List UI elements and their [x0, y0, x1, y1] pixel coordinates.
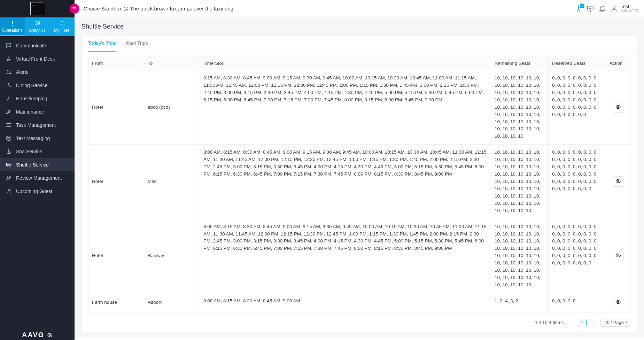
tabs: Today's TripsPast Trips — [82, 36, 637, 52]
pagination: 1-4 Of 4 Items ‹ 1 › 20 / Page — [82, 315, 637, 332]
view-button[interactable] — [613, 102, 623, 113]
context-title: Choice Sandbox @ The quick brown fox jum… — [84, 6, 233, 11]
tasks-icon — [6, 122, 12, 128]
sidebar-item-spa-service[interactable]: Spa Service — [0, 145, 75, 158]
user-role: MANAGER — [621, 9, 638, 13]
cell-to: Mall — [144, 145, 200, 219]
cell-from: Farm house — [88, 293, 144, 312]
review-icon — [6, 175, 12, 181]
cell-time-slot: 8:00 AM, 8:15 AM, 8:30 AM, 8:45 AM, 9:00… — [200, 145, 491, 219]
view-button[interactable] — [613, 251, 623, 261]
sidebar-item-alerts[interactable]: Alerts — [0, 65, 75, 79]
svg-point-7 — [7, 176, 9, 178]
sidebar-item-task-management[interactable]: Task Management — [0, 118, 75, 132]
svg-point-1 — [8, 57, 9, 58]
toggle-sidebar-button[interactable] — [70, 4, 79, 14]
sidebar-item-dining-service[interactable]: Dining Service — [0, 79, 75, 92]
cell-action — [606, 145, 630, 219]
sidebar-item-housekeeping[interactable]: Housekeeping — [0, 92, 75, 105]
pagination-summary: 1-4 Of 4 Items — [535, 320, 564, 325]
tab-today-s-trips[interactable]: Today's Trips — [88, 36, 116, 52]
topnav-item-analytics[interactable]: Analytics — [25, 17, 49, 36]
sidebar-item-label: Dining Service — [16, 83, 47, 88]
cell-from: Hotel — [88, 70, 144, 145]
svg-point-17 — [618, 180, 619, 182]
eye-icon — [615, 253, 621, 259]
svg-point-6 — [9, 166, 10, 167]
view-button[interactable] — [613, 298, 623, 308]
svg-point-5 — [7, 166, 8, 167]
sidebar-item-virtual-front-desk[interactable]: Virtual Front Desk — [0, 52, 75, 65]
svg-point-10 — [72, 7, 73, 7]
globe-icon — [47, 332, 53, 338]
cell-time-slot: 8:15 AM, 8:30 AM, 8:45 AM, 9:00 AM, 9:15… — [200, 70, 491, 145]
chat-bubble-icon — [6, 42, 12, 49]
eye-icon — [615, 299, 621, 306]
cell-reserved: 0, 0, 0, 0, 0, 0, 0, 0, 0, 0, 0, 0, 0, 0… — [549, 145, 606, 219]
cell-to: Airport — [144, 293, 200, 312]
sidebar-item-maintenance[interactable]: Maintenance — [0, 105, 75, 118]
user-name: Test — [621, 4, 638, 9]
cell-time-slot: 8:00 AM, 8:15 AM, 8:30 AM, 8:45 AM, 9:00… — [200, 219, 491, 293]
page-footer: © 2023 Astics Inc. All Rights Reserved. — [75, 338, 644, 340]
svg-rect-0 — [35, 21, 40, 24]
sidebar-item-label: Shuttle Service — [16, 162, 49, 168]
svg-point-11 — [72, 8, 73, 9]
trips-table: FromToTime SlotRemaining SeatsReserved S… — [88, 56, 630, 312]
topnav-label: Operations — [2, 28, 23, 33]
user-menu[interactable]: Test MANAGER — [610, 4, 638, 13]
footer-brand: AAVG — [3, 331, 71, 339]
list-icon — [72, 6, 77, 11]
sidebar-item-label: Task Management — [16, 122, 56, 128]
column-header: Reserved Seats — [549, 56, 606, 70]
sidebar-item-text-messaging[interactable]: Text Messaging — [0, 132, 75, 145]
prev-page-button[interactable]: ‹ — [568, 319, 573, 326]
cell-time-slot: 8:00 AM, 8:15 AM, 8:30 AM, 8:45 AM, 9:00… — [200, 293, 491, 312]
cell-action — [606, 293, 630, 312]
desk-icon — [6, 56, 12, 62]
cell-reserved: 0, 0, 0, 0, 0, 0, 0, 0, 0, 0, 0, 0, 0, 0… — [549, 70, 606, 145]
footer-brand-text: AAVG — [22, 331, 44, 339]
next-page-button[interactable]: › — [591, 319, 596, 326]
view-button[interactable] — [613, 176, 623, 187]
cell-to: abcd (bcd) — [144, 70, 200, 145]
topnav-item-my-hotel[interactable]: My Hotel — [50, 17, 75, 36]
sidebar-item-shuttle-service[interactable]: Shuttle Service — [0, 158, 75, 171]
sidebar-item-label: Communicate — [16, 43, 46, 48]
main-region: Choice Sandbox @ The quick brown fox jum… — [75, 0, 644, 340]
walking-badge: 2 — [580, 3, 584, 8]
column-header: Action — [606, 56, 630, 70]
sidebar-item-label: Text Messaging — [16, 136, 50, 141]
cell-to: Railway — [144, 219, 200, 293]
table-row: Farm houseAirport8:00 AM, 8:15 AM, 8:30 … — [88, 293, 630, 312]
svg-point-18 — [618, 255, 619, 256]
cell-remaining: 10, 10, 10, 10, 10, 10, 10, 10, 10, 10, … — [491, 145, 549, 219]
brand-logo-area — [0, 0, 75, 17]
notifications-button[interactable] — [598, 5, 606, 13]
monitor-button[interactable] — [587, 5, 594, 13]
sidebar-item-communicate[interactable]: Communicate — [0, 39, 75, 52]
eye-icon — [615, 104, 621, 111]
page-title: Shuttle Service — [82, 23, 637, 30]
cell-action — [606, 219, 630, 293]
svg-point-12 — [72, 9, 73, 10]
sidebar-item-review-management[interactable]: Review Management — [0, 171, 75, 185]
column-header: From — [88, 56, 144, 70]
table-row: HotelMall8:00 AM, 8:15 AM, 8:30 AM, 8:45… — [88, 145, 630, 219]
topnav-label: My Hotel — [54, 28, 70, 33]
spa-icon — [6, 148, 12, 155]
walking-person-button[interactable]: 2 — [575, 5, 582, 13]
page-number[interactable]: 1 — [578, 319, 587, 326]
sidebar-item-upcoming-guest[interactable]: Upcoming Guest — [0, 185, 75, 198]
dining-icon — [6, 82, 12, 88]
topnav-item-operations[interactable]: Operations — [0, 17, 25, 36]
page-size-select[interactable]: 20 / Page — [600, 318, 630, 327]
sidebar-footer: AAVG Stay connected. Powered by Aavgo — [0, 326, 75, 340]
content-area: Shuttle Service Today's TripsPast Trips … — [75, 17, 644, 338]
cell-action — [606, 70, 630, 145]
tab-past-trips[interactable]: Past Trips — [126, 36, 148, 52]
svg-point-2 — [8, 83, 9, 84]
brand-logo-icon — [30, 2, 44, 15]
alert-bell-icon — [6, 69, 12, 75]
svg-point-16 — [618, 106, 619, 108]
